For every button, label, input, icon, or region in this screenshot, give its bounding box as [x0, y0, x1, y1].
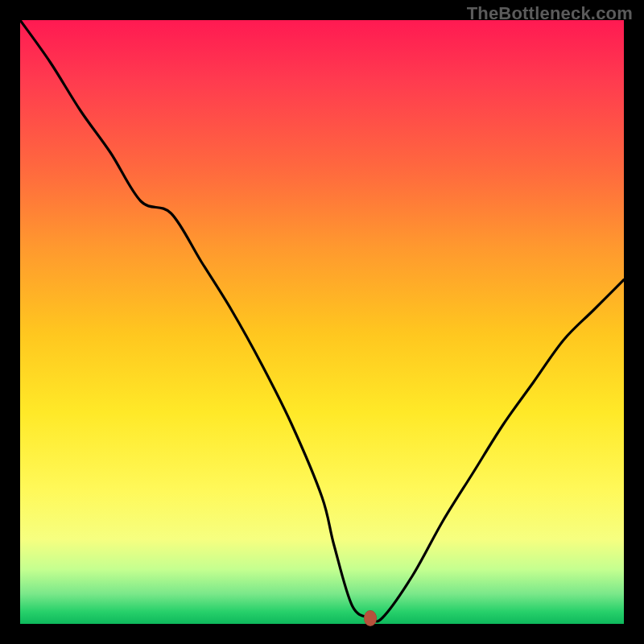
- bottleneck-curve: [20, 20, 624, 624]
- plot-area: [20, 20, 624, 624]
- chart-frame: TheBottleneck.com: [0, 0, 644, 644]
- optimal-marker: [364, 610, 377, 626]
